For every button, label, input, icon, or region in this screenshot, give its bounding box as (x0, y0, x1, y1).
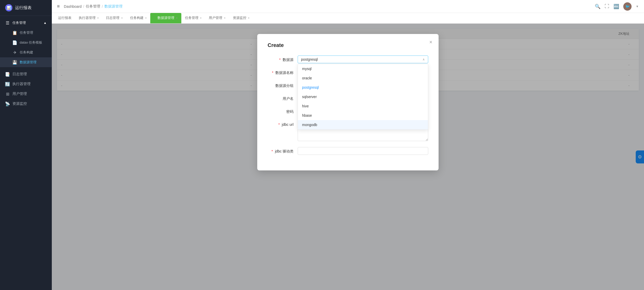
tab-datasource[interactable]: 数据源管理 × (150, 13, 181, 23)
modal-close-button[interactable]: × (429, 39, 432, 45)
option-mysql[interactable]: mysql (298, 64, 428, 73)
datasource-name-label: * 数据源名称 (268, 68, 294, 75)
datasource-select-wrap: postgresql ∧ mysql oracle postgresql sql… (298, 56, 428, 63)
jdbc-driver-input[interactable] (298, 147, 428, 155)
search-icon[interactable]: 🔍 (595, 4, 600, 9)
sidebar-item-label: 日志管理 (12, 72, 27, 77)
sidebar-item-task-build[interactable]: ✈ 任务构建 (0, 47, 52, 57)
username-label: 用户名 (268, 94, 294, 101)
tab-close-user-mgmt[interactable]: × (224, 16, 225, 19)
tab-close-log[interactable]: × (121, 16, 123, 19)
tab-run-report[interactable]: 运行报表 (54, 13, 75, 23)
task-mgmt-icon: 📋 (12, 30, 17, 35)
logo-text: 运行报表 (15, 5, 32, 11)
datasource-label: * 数据源 (268, 56, 294, 62)
sidebar-item-label: 任务管理 (20, 30, 33, 35)
task-build-icon: ✈ (12, 50, 17, 55)
sidebar-item-log[interactable]: 📑 日志管理 (0, 69, 52, 79)
option-hive[interactable]: hive (298, 101, 428, 111)
main-area: ≡ Dashboard / 任务管理 / 数据源管理 🔍 ⛶ 🔤 🐦 ▼ 运行报… (52, 0, 644, 290)
tab-label: 日志管理 (106, 16, 119, 20)
breadcrumb-sep-2: / (102, 4, 103, 9)
sidebar-item-datax-template[interactable]: 📄 datax 任务模板 (0, 38, 52, 47)
create-modal: Create × * 数据源 postgresql ∧ (257, 34, 439, 170)
required-mark: * (272, 71, 273, 75)
breadcrumb: Dashboard / 任务管理 / 数据源管理 (64, 4, 123, 9)
sidebar-logo: 📊 运行报表 (0, 0, 52, 16)
tab-close-task-mgmt[interactable]: × (200, 16, 202, 19)
tab-label: 运行报表 (58, 16, 71, 20)
form-row-jdbc-driver: * jdbc 驱动类 (268, 147, 428, 155)
tab-label: 任务管理 (185, 16, 198, 20)
jdbc-driver-label: * jdbc 驱动类 (268, 147, 294, 154)
tabs-bar: 运行报表 执行器管理 × 日志管理 × 任务构建 × 数据源管理 × 任务管理 … (52, 13, 644, 24)
breadcrumb-item-datasource[interactable]: 数据源管理 (104, 4, 123, 9)
sidebar-item-executor[interactable]: 🔄 执行器管理 (0, 79, 52, 89)
tab-close-task-build[interactable]: × (145, 16, 147, 19)
password-label: 密码 (268, 107, 294, 114)
tab-label: 用户管理 (209, 16, 222, 20)
sidebar-item-label: datax 任务模板 (20, 40, 42, 45)
topbar: ≡ Dashboard / 任务管理 / 数据源管理 🔍 ⛶ 🔤 🐦 ▼ (52, 0, 644, 13)
option-mongodb[interactable]: mongodb (298, 120, 428, 129)
modal-title: Create (268, 42, 428, 48)
breadcrumb-item-dashboard[interactable]: Dashboard (64, 4, 82, 9)
sidebar: 📊 运行报表 ☰ 任务管理 ▲ 📋 任务管理 📄 datax 任务模板 ✈ 任务… (0, 0, 52, 290)
sidebar-item-task-mgmt[interactable]: 📋 任务管理 (0, 28, 52, 38)
datax-icon: 📄 (12, 40, 17, 45)
datasource-select-control: postgresql ∧ mysql oracle postgresql sql… (298, 56, 428, 63)
breadcrumb-sep-1: / (83, 4, 84, 9)
sidebar-item-label: 任务构建 (20, 50, 33, 55)
modal-overlay[interactable]: Create × * 数据源 postgresql ∧ (52, 24, 644, 290)
avatar-dropdown-icon[interactable]: ▼ (636, 5, 639, 8)
sidebar-section-label: 任务管理 (12, 20, 26, 25)
option-hbase[interactable]: hbase (298, 111, 428, 120)
datasource-icon: 💾 (12, 60, 17, 65)
sidebar-item-label: 用户管理 (12, 92, 27, 96)
tab-resource[interactable]: 资源监控 × (229, 13, 253, 23)
tab-task-mgmt[interactable]: 任务管理 × (181, 13, 205, 23)
tab-close-datasource[interactable]: × (176, 16, 177, 19)
executor-icon: 🔄 (5, 82, 10, 86)
font-size-icon[interactable]: 🔤 (613, 4, 619, 9)
option-oracle[interactable]: oracle (298, 73, 428, 83)
select-value: postgresql (301, 57, 318, 61)
tab-task-build[interactable]: 任务构建 × (126, 13, 150, 23)
option-sqlserver[interactable]: sqlserver (298, 92, 428, 101)
tab-close-executor[interactable]: × (97, 16, 99, 19)
tab-label: 数据源管理 (158, 16, 174, 20)
required-mark: * (278, 122, 280, 127)
active-tab-dot (154, 17, 156, 19)
logo-icon: 📊 (5, 4, 12, 11)
tab-label: 资源监控 (233, 16, 246, 20)
datasource-dropdown: mysql oracle postgresql sqlserver hive h… (298, 64, 428, 130)
required-mark: * (279, 58, 281, 62)
jdbc-url-label: * jdbc url (268, 120, 294, 127)
tab-label: 任务构建 (130, 16, 144, 20)
user-icon: ⊞ (5, 92, 10, 96)
option-postgresql[interactable]: postgresql (298, 83, 428, 92)
avatar[interactable]: 🐦 (623, 2, 632, 11)
breadcrumb-item-task[interactable]: 任务管理 (86, 4, 100, 9)
task-management-icon: ☰ (5, 20, 10, 25)
sidebar-item-user[interactable]: ⊞ 用户管理 (0, 89, 52, 99)
tab-user-mgmt[interactable]: 用户管理 × (205, 13, 229, 23)
datasource-select[interactable]: postgresql ∧ (298, 56, 428, 63)
resource-icon: 📡 (5, 101, 10, 106)
tab-close-resource[interactable]: × (248, 16, 249, 19)
tab-label: 执行器管理 (79, 16, 96, 20)
sidebar-item-resource[interactable]: 📡 资源监控 (0, 99, 52, 109)
datasource-group-label: 数据源分组 (268, 81, 294, 88)
tab-log[interactable]: 日志管理 × (102, 13, 126, 23)
content-area: ZK地址 - - - - - - - - - - (52, 24, 644, 290)
sidebar-item-label: 执行器管理 (12, 82, 31, 86)
expand-icon[interactable]: ⛶ (605, 4, 609, 9)
topbar-actions: 🔍 ⛶ 🔤 🐦 ▼ (595, 2, 639, 11)
jdbc-driver-control (298, 147, 428, 155)
tab-executor[interactable]: 执行器管理 × (75, 13, 102, 23)
menu-toggle-icon[interactable]: ≡ (57, 4, 60, 9)
log-icon: 📑 (5, 72, 10, 77)
required-mark: * (271, 149, 273, 153)
sidebar-section-task-management[interactable]: ☰ 任务管理 ▲ (0, 18, 52, 28)
sidebar-item-datasource[interactable]: 💾 数据源管理 (0, 57, 52, 67)
